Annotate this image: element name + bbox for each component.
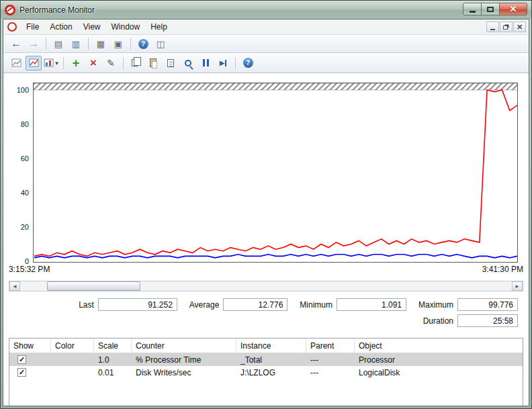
view-log-data-button[interactable] (8, 56, 24, 71)
maximum-label: Maximum (418, 300, 453, 310)
forward-arrow-icon: → (28, 38, 39, 50)
caption-buttons: ✕ (463, 3, 527, 15)
maximize-button[interactable] (481, 3, 500, 15)
action-pane-icon: ◫ (157, 39, 165, 49)
menu-file[interactable]: File (21, 20, 44, 34)
column-color[interactable]: Color (51, 338, 94, 353)
scroll-right-button[interactable]: ► (512, 281, 523, 291)
document-button[interactable]: ▦ (93, 36, 109, 51)
console-tree-icon: ▤ (54, 39, 62, 49)
step-icon: ▶ (220, 59, 227, 66)
scrollbar-track[interactable] (20, 281, 512, 291)
chart-area: 020406080100 (9, 83, 529, 263)
help-button[interactable]: ? (135, 36, 151, 51)
counter-row[interactable]: 0.01 Disk Writes/sec J:\LZLOG --- Logica… (9, 366, 523, 379)
title-bar[interactable]: Performance Monitor ✕ (1, 1, 531, 19)
change-graph-type-button[interactable]: ▾ (43, 56, 59, 71)
maximize-icon (487, 7, 494, 12)
child-restore-icon (503, 26, 508, 30)
scroll-left-button[interactable]: ◄ (9, 281, 20, 291)
child-window-buttons: ✕ (486, 21, 526, 32)
show-action-pane-button[interactable]: ◫ (152, 36, 169, 51)
menu-help[interactable]: Help (145, 20, 173, 34)
column-parent[interactable]: Parent (306, 338, 355, 353)
back-arrow-icon: ← (11, 38, 21, 50)
print-button[interactable]: ▣ (110, 36, 126, 51)
minimize-icon (470, 11, 476, 13)
column-instance[interactable]: Instance (236, 338, 306, 353)
add-counter-button[interactable]: + (68, 56, 84, 71)
log-data-icon (11, 58, 21, 67)
close-icon: ✕ (510, 4, 517, 14)
x-axis-labels: 3:15:32 PM 3:41:30 PM (9, 265, 523, 274)
menu-view[interactable]: View (78, 20, 106, 34)
show-checkbox[interactable] (17, 368, 26, 377)
child-minimize-icon (490, 29, 495, 30)
show-console-tree-button[interactable]: ▤ (50, 36, 66, 51)
forward-button[interactable]: → (26, 36, 42, 51)
highlight-button[interactable]: ✎ (103, 56, 119, 71)
last-value: 91.252 (98, 298, 177, 311)
average-value: 12.776 (223, 298, 287, 311)
magnifier-icon (185, 60, 191, 66)
zoom-button[interactable] (180, 56, 196, 71)
export-list-button[interactable]: ▥ (68, 36, 84, 51)
toolbar-separator (130, 38, 131, 50)
scale-cell: 0.01 (94, 368, 132, 377)
column-show[interactable]: Show (9, 338, 51, 353)
minimize-button[interactable] (463, 3, 482, 15)
scale-cell: 1.0 (94, 355, 132, 365)
column-object[interactable]: Object (355, 338, 523, 353)
instance-cell: _Total (236, 355, 306, 365)
column-scale[interactable]: Scale (94, 338, 132, 353)
properties-icon (167, 59, 174, 67)
last-label: Last (79, 300, 94, 310)
view-current-activity-button[interactable] (26, 56, 42, 71)
performance-monitor-window: Performance Monitor ✕ File Action View W… (0, 0, 532, 409)
properties-button[interactable] (163, 56, 179, 71)
help-icon: ? (243, 58, 253, 68)
parent-cell: --- (306, 355, 355, 365)
chart-svg (33, 83, 518, 263)
menu-action[interactable]: Action (44, 20, 77, 34)
cross-icon: × (90, 57, 97, 69)
maximum-value: 99.776 (457, 298, 518, 311)
perfmon-app-icon (5, 5, 15, 15)
paste-counter-list-button[interactable] (145, 56, 161, 71)
pencil-icon: ✎ (107, 58, 115, 69)
object-cell: LogicalDisk (355, 368, 523, 377)
mmc-toolbar: ← → ▤ ▥ ▦ ▣ ? ◫ (3, 35, 529, 53)
perfmon-help-button[interactable]: ? (240, 56, 256, 71)
counter-cell: Disk Writes/sec (132, 368, 236, 377)
show-checkbox[interactable] (17, 355, 26, 364)
menu-window[interactable]: Window (106, 20, 146, 34)
toolbar-separator (88, 38, 89, 50)
counter-legend: Show Color Scale Counter Instance Parent… (9, 338, 523, 406)
counter-row[interactable]: 1.0 % Processor Time _Total --- Processo… (9, 353, 523, 366)
child-close-button[interactable]: ✕ (513, 21, 526, 32)
help-icon: ? (138, 39, 148, 49)
toolbar-separator (46, 38, 46, 50)
perfmon-toolbar: ▾ + × ✎ ▶ ? (3, 53, 529, 73)
delete-counter-button[interactable]: × (85, 56, 101, 71)
scrollbar-thumb[interactable] (47, 281, 140, 291)
update-data-button[interactable]: ▶ (215, 56, 231, 71)
copy-properties-button[interactable] (128, 56, 144, 71)
freeze-display-button[interactable] (197, 56, 214, 71)
close-button[interactable]: ✕ (499, 3, 527, 15)
back-button[interactable]: ← (8, 36, 24, 51)
counter-cell: % Processor Time (132, 355, 236, 365)
parent-cell: --- (306, 368, 355, 377)
current-activity-icon (29, 58, 39, 67)
plus-icon: + (73, 57, 80, 69)
toolbar-separator (235, 57, 236, 69)
column-counter[interactable]: Counter (132, 338, 236, 353)
child-restore-button[interactable] (500, 21, 513, 32)
export-list-icon: ▥ (72, 39, 80, 49)
child-minimize-button[interactable] (486, 21, 499, 32)
time-start-label: 3:15:32 PM (9, 265, 50, 274)
console-frame: File Action View Window Help ✕ ← → ▤ ▥ ▦… (3, 19, 529, 406)
time-end-label: 3:41:30 PM (482, 265, 523, 274)
time-range-scrollbar[interactable]: ◄ ► (9, 281, 523, 291)
paste-icon (150, 58, 157, 67)
